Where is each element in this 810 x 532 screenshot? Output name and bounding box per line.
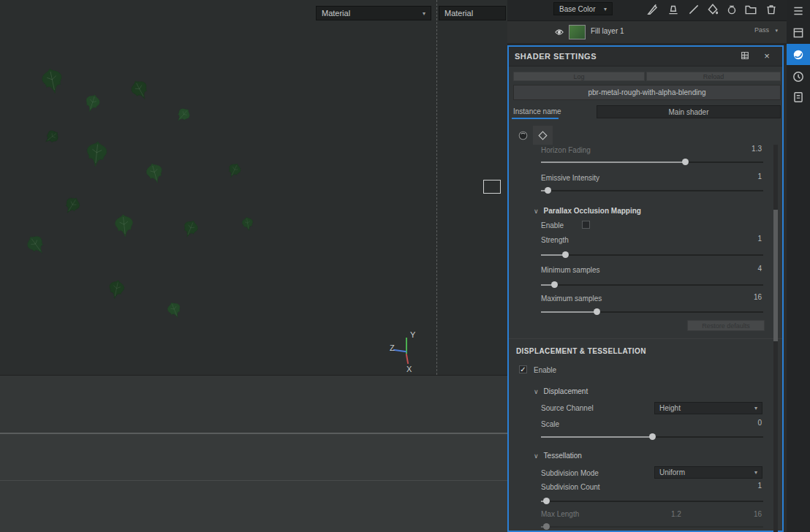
horizon-fading-value[interactable]: 1.3 (752, 145, 762, 153)
shader-settings-panel: SHADER SETTINGS × Log Reload pbr-metal-r… (507, 45, 784, 532)
ivy-leaf (110, 212, 139, 241)
pom-section-header[interactable]: ∨Parallax Occlusion Mapping (534, 207, 641, 215)
viewport-guide-line (436, 0, 437, 375)
pom-strength-value[interactable]: 1 (757, 235, 762, 243)
displacement-enable-label: Enable (534, 366, 556, 374)
subdivision-mode-label: Subdivision Mode (541, 469, 599, 477)
line-tool-icon[interactable] (687, 3, 700, 16)
pom-enable-label: Enable (541, 221, 564, 229)
displacement-subsection-header[interactable]: ∨Displacement (534, 387, 588, 395)
slider-knob[interactable] (682, 159, 689, 165)
slider-knob[interactable] (551, 281, 558, 288)
scale-value[interactable]: 0 (757, 419, 762, 427)
log-button[interactable]: Log (513, 72, 645, 81)
emissive-intensity-value[interactable]: 1 (757, 172, 762, 180)
chevron-down-icon: ∨ (534, 452, 539, 460)
visibility-eye-icon[interactable] (553, 27, 565, 37)
tessellation-subsection-header[interactable]: ∨Tessellation (534, 452, 582, 460)
slider-knob[interactable] (649, 433, 656, 440)
pom-enable-checkbox[interactable] (582, 221, 590, 229)
displacement-tessellation-header: DISPLACEMENT & TESSELLATION (516, 347, 646, 355)
max-length-label: Max Length (541, 510, 579, 518)
chevron-down-icon: ∨ (534, 388, 539, 395)
diamond-tab-icon (537, 129, 549, 142)
slider-track (541, 501, 763, 502)
slider-fill (541, 311, 597, 313)
slider-knob[interactable] (545, 187, 551, 194)
max-length-slider[interactable] (541, 523, 763, 530)
trash-icon[interactable] (765, 3, 778, 16)
layer-name[interactable]: Fill layer 1 (591, 27, 624, 35)
base-color-label: Base Color (559, 5, 595, 13)
scale-label: Scale (541, 420, 559, 428)
instance-name-field[interactable]: Main shader (597, 105, 781, 118)
ivy-leaf (222, 159, 246, 183)
pom-min-samples-slider[interactable] (541, 281, 763, 288)
shader-selector-button[interactable]: pbr-metal-rough-with-alpha-blending (513, 85, 781, 100)
viewport-marker[interactable] (483, 180, 501, 194)
pass-dropdown[interactable]: Pass ▾ (754, 26, 778, 34)
slider-fill (541, 436, 652, 438)
folder-icon[interactable] (744, 3, 757, 16)
clone-tool-icon[interactable] (725, 3, 738, 16)
pom-strength-slider[interactable] (541, 251, 763, 258)
max-length-value: 16 (754, 510, 762, 518)
material-dropdown-right[interactable]: Material (439, 6, 506, 20)
tab-shader-params[interactable] (513, 126, 533, 145)
subdivision-count-label: Subdivision Count (541, 483, 600, 491)
layer-thumbnail[interactable] (569, 25, 586, 39)
base-color-dropdown[interactable]: Base Color ▾ (553, 2, 613, 15)
source-channel-dropdown[interactable]: Height ▾ (654, 402, 762, 414)
emissive-intensity-slider[interactable] (541, 187, 763, 194)
slider-track (541, 254, 763, 256)
check-icon: ✓ (520, 365, 526, 373)
ivy-leaf (20, 229, 53, 262)
slider-knob[interactable] (562, 251, 569, 258)
ivy-leaf (170, 103, 195, 128)
dock-grid-icon[interactable] (738, 50, 752, 61)
tab-displacement[interactable] (533, 126, 553, 145)
source-channel-label: Source Channel (541, 404, 594, 412)
ivy-leaf (140, 159, 170, 189)
horizon-fading-slider[interactable] (541, 159, 763, 165)
shader-ball-icon (792, 48, 805, 61)
slider-track (541, 284, 763, 286)
restore-defaults-button[interactable]: Restore defaults (687, 320, 765, 331)
pom-max-samples-slider[interactable] (541, 308, 763, 315)
menu-icon[interactable] (792, 4, 805, 18)
scale-slider[interactable] (541, 433, 763, 440)
subdivision-count-value[interactable]: 1 (757, 482, 762, 490)
max-length-mid-value: 1.2 (671, 510, 681, 518)
material-dropdown-left-label: Material (322, 9, 350, 18)
pom-section-title: Parallax Occlusion Mapping (544, 207, 641, 215)
document-panel-icon[interactable] (792, 91, 805, 104)
dock-panel-strip-1 (0, 375, 507, 433)
subdivision-mode-dropdown[interactable]: Uniform ▾ (654, 466, 762, 479)
gizmo-z-label: Z (390, 343, 395, 352)
viewport-3d[interactable]: Y Z X Material ▾ Material (0, 0, 507, 532)
texture-set-panel-icon[interactable] (792, 26, 805, 39)
shader-settings-tab-active[interactable] (787, 44, 810, 65)
slider-track (541, 526, 763, 528)
panel-scrollbar-thumb[interactable] (773, 210, 778, 341)
slider-knob[interactable] (543, 498, 550, 504)
history-clock-icon[interactable] (792, 70, 805, 83)
slider-knob[interactable] (543, 523, 550, 530)
reload-button[interactable]: Reload (646, 72, 781, 81)
layers-row[interactable]: Fill layer 1 Pass ▾ (507, 20, 787, 43)
right-dock-strip (787, 0, 810, 532)
source-channel-value: Height (659, 404, 681, 412)
panel-title: SHADER SETTINGS (509, 52, 597, 61)
reload-button-label: Reload (703, 73, 724, 80)
slider-knob[interactable] (594, 308, 600, 315)
subdivision-count-slider[interactable] (541, 498, 763, 504)
stamp-tool-icon[interactable] (667, 3, 680, 16)
pen-tool-icon[interactable] (646, 3, 659, 16)
ivy-leaf (177, 216, 203, 243)
close-icon[interactable]: × (760, 50, 773, 61)
displacement-enable-checkbox[interactable]: ✓ (519, 365, 527, 373)
pom-min-samples-value[interactable]: 4 (757, 265, 762, 273)
pom-max-samples-value[interactable]: 16 (754, 293, 762, 301)
material-dropdown-left[interactable]: Material ▾ (316, 6, 431, 20)
fill-bucket-icon[interactable] (706, 3, 719, 16)
